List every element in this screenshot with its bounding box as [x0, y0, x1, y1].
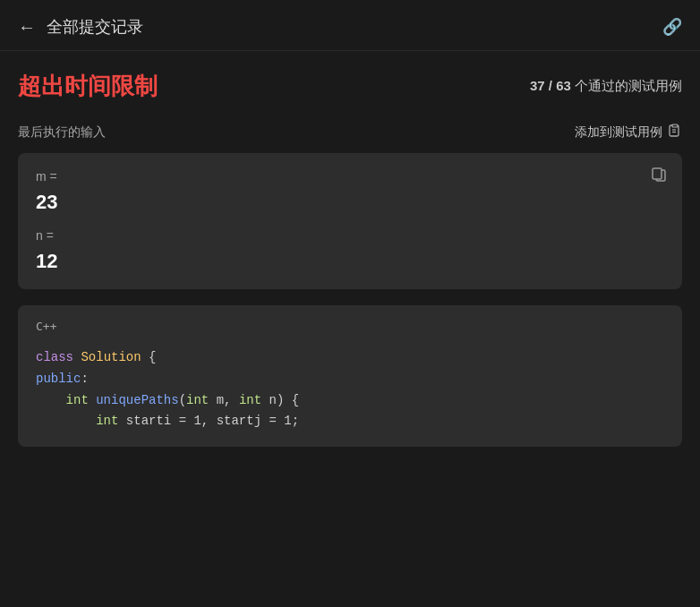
back-button[interactable]: ← [18, 17, 36, 38]
var-n-label: n = [36, 228, 664, 243]
test-fraction: 37 / 63 [530, 78, 575, 93]
code-lang: C++ [36, 320, 664, 333]
var-m-label: m = [36, 169, 664, 184]
svg-rect-5 [653, 168, 662, 179]
var-n-block: n = 12 [36, 228, 664, 273]
back-icon: ← [18, 17, 36, 38]
code-line-3: int uniquePaths(int m, int n) { [36, 390, 664, 412]
header-title: 全部提交记录 [47, 16, 662, 38]
code-block: class Solution { public: int uniquePaths… [36, 347, 664, 432]
status-section: 超出时间限制 37 / 63 个通过的测试用例 [0, 51, 700, 118]
add-test-button[interactable]: 添加到测试用例 [575, 124, 682, 141]
header: ← 全部提交记录 🔗 [0, 0, 700, 51]
svg-rect-1 [672, 124, 678, 127]
last-input-section: 最后执行的输入 添加到测试用例 [0, 118, 700, 153]
var-m-value: 23 [36, 191, 664, 214]
code-line-1: class Solution { [36, 347, 664, 369]
add-test-icon [668, 124, 682, 141]
copy-button[interactable] [650, 166, 668, 187]
code-line-2: public: [36, 369, 664, 390]
input-box: m = 23 n = 12 [18, 153, 682, 289]
var-n-value: 12 [36, 250, 664, 273]
code-section: C++ class Solution { public: int uniqueP… [18, 305, 682, 447]
code-line-4: int starti = 1, startj = 1; [36, 411, 664, 432]
status-title: 超出时间限制 [18, 71, 158, 102]
last-input-label: 最后执行的输入 [18, 124, 106, 141]
test-count: 37 / 63 个通过的测试用例 [530, 78, 682, 95]
var-m-block: m = 23 [36, 169, 664, 214]
share-icon[interactable]: 🔗 [662, 17, 682, 37]
